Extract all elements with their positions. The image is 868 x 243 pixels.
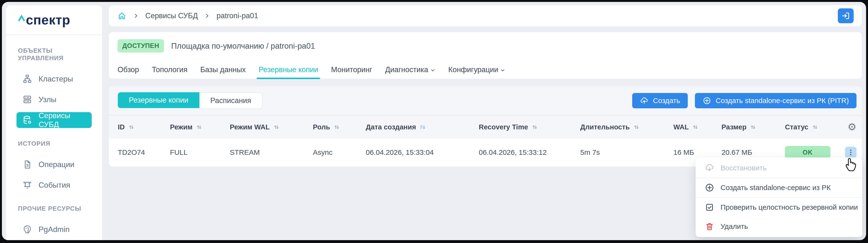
chevron-down-icon	[430, 68, 435, 73]
service-header-card: ДОСТУПЕН Площадка по-умолчанию / patroni…	[109, 32, 862, 79]
server-nodes-icon	[22, 94, 32, 105]
sidebar-item-clusters[interactable]: Кластеры	[17, 71, 92, 87]
row-status-badge: OK	[785, 146, 830, 159]
menu-item-create-standalone[interactable]: Создать standalone-сервис из РК	[695, 178, 862, 197]
column-header-wal-mode: Режим WAL	[230, 123, 313, 131]
breadcrumb-item-services[interactable]: Сервисы СУБД	[145, 11, 198, 20]
cell-created: 06.04.2026, 15:33:04	[366, 148, 479, 157]
status-badge: ДОСТУПЕН	[118, 39, 164, 53]
menu-item-verify-integrity[interactable]: Проверить целостность резервной копии	[695, 198, 862, 217]
sidebar-item-events[interactable]: События	[17, 177, 92, 193]
logo-text: спектр	[26, 12, 70, 28]
sidebar-section-label: ОБЪЕКТЫ УПРАВЛЕНИЯ	[6, 47, 102, 62]
column-header-id: ID	[118, 123, 170, 131]
cloud-upload-icon	[640, 96, 649, 105]
sidebar-item-operations[interactable]: Операции	[17, 157, 92, 172]
database-gear-icon	[22, 115, 32, 125]
menu-item-delete[interactable]: Удалить	[695, 217, 862, 236]
chevron-right-icon	[205, 13, 210, 19]
column-header-size: Размер	[721, 123, 785, 131]
document-icon	[22, 159, 32, 169]
app-logo[interactable]: спектр	[6, 5, 102, 35]
cell-id: TD2O74	[118, 148, 170, 157]
sort-icon[interactable]	[750, 124, 756, 130]
column-header-role: Роль	[313, 123, 366, 131]
cell-size: 20.67 МБ	[721, 148, 785, 157]
view-toggle: Резервные копии Расписания	[118, 92, 262, 109]
tab-overview[interactable]: Обзор	[118, 61, 139, 79]
sidebar-item-label: События	[38, 181, 70, 190]
tab-diagnostics[interactable]: Диагностика	[385, 61, 435, 79]
sidebar-item-label: Кластеры	[38, 75, 73, 83]
sidebar-section-label: ИСТОРИЯ	[6, 140, 102, 147]
cell-wal-mode: STREAM	[230, 148, 313, 157]
toggle-schedules[interactable]: Расписания	[199, 92, 262, 109]
sidebar-section-other: ПРОЧИЕ РЕСУРСЫ PgAdmin	[6, 205, 102, 237]
column-header-mode: Режим	[170, 123, 230, 131]
gear-icon[interactable]: ⚙	[847, 122, 857, 132]
column-header-status: Статус	[785, 123, 845, 131]
cell-wal: 16 МБ	[673, 148, 721, 157]
backups-card: Резервные копии Расписания Создать Созда…	[109, 86, 862, 167]
tab-monitoring[interactable]: Мониторинг	[331, 61, 372, 79]
tab-configurations[interactable]: Конфигурации	[448, 61, 505, 79]
sidebar-item-pgadmin[interactable]: PgAdmin	[17, 221, 92, 237]
trash-icon	[705, 222, 714, 231]
sort-icon[interactable]	[334, 124, 340, 130]
toggle-backups[interactable]: Резервные копии	[118, 92, 199, 108]
chevron-right-icon	[133, 13, 138, 19]
app-window: спектр ОБЪЕКТЫ УПРАВЛЕНИЯ Кластеры Узлы …	[2, 2, 866, 240]
column-header-wal: WAL	[673, 123, 721, 131]
sidebar-item-nodes[interactable]: Узлы	[17, 91, 92, 107]
check-square-icon	[705, 202, 714, 212]
sort-icon[interactable]	[692, 124, 699, 130]
menu-item-restore: Восстановить	[695, 158, 862, 178]
plus-circle-icon	[705, 183, 714, 192]
row-actions-kebab-button[interactable]	[845, 147, 857, 158]
kebab-icon	[847, 148, 855, 157]
plus-circle-icon	[703, 96, 711, 105]
sidebar: спектр ОБЪЕКТЫ УПРАВЛЕНИЯ Кластеры Узлы …	[6, 5, 102, 240]
cell-mode: FULL	[170, 148, 230, 157]
sidebar-item-label: Узлы	[38, 95, 57, 104]
tab-databases[interactable]: Базы данных	[200, 61, 246, 79]
sidebar-section-objects: ОБЪЕКТЫ УПРАВЛЕНИЯ Кластеры Узлы Сервисы…	[6, 47, 102, 128]
cell-recovery-time: 06.04.2026, 15:33:12	[479, 148, 580, 157]
tab-backups[interactable]: Резервные копии	[258, 61, 318, 79]
table-header-row: ID Режим Режим WAL Роль Дата создания Re…	[109, 115, 862, 138]
sort-desc-active-icon[interactable]	[420, 124, 426, 130]
tab-bar: Обзор Топология Базы данных Резервные ко…	[109, 61, 862, 79]
cell-duration: 5m 7s	[580, 148, 673, 157]
home-icon[interactable]	[117, 11, 127, 21]
create-backup-button[interactable]: Создать	[632, 93, 688, 108]
cloud-restore-icon	[705, 163, 714, 173]
column-header-created: Дата создания	[366, 123, 479, 131]
column-header-recovery-time: Recovery Time	[479, 123, 580, 131]
create-standalone-pitr-button[interactable]: Создать standalone-сервис из РК (PITR)	[695, 93, 857, 108]
sidebar-item-dbms-services[interactable]: Сервисы СУБД	[17, 112, 92, 128]
bell-icon	[22, 180, 32, 190]
sort-icon[interactable]	[531, 124, 538, 130]
sidebar-item-label: PgAdmin	[38, 225, 70, 234]
logo-caret-icon	[18, 15, 25, 22]
row-context-menu: Восстановить Создать standalone-сервис и…	[695, 158, 862, 237]
breadcrumb-bar: Сервисы СУБД patroni-pa01	[109, 5, 862, 26]
backups-toolbar: Резервные копии Расписания Создать Созда…	[109, 86, 862, 115]
column-header-duration: Длительность	[580, 123, 673, 131]
sort-icon[interactable]	[128, 124, 134, 130]
pgadmin-elephant-icon	[22, 224, 32, 234]
sort-icon[interactable]	[633, 124, 640, 130]
tab-topology[interactable]: Топология	[152, 61, 187, 79]
breadcrumb-item-current: patroni-pa01	[216, 11, 258, 20]
sort-icon[interactable]	[273, 124, 280, 130]
sort-icon[interactable]	[812, 124, 818, 130]
cluster-icon	[22, 74, 32, 84]
sidebar-section-label: ПРОЧИЕ РЕСУРСЫ	[6, 205, 102, 212]
sidebar-item-label: Сервисы СУБД	[38, 111, 86, 129]
login-icon	[841, 11, 850, 20]
logout-button[interactable]	[838, 8, 854, 23]
sort-icon[interactable]	[196, 124, 202, 130]
chevron-down-icon	[500, 68, 505, 73]
page-title: Площадка по-умолчанию / patroni-pa01	[171, 42, 315, 51]
sidebar-section-history: ИСТОРИЯ Операции События	[6, 140, 102, 193]
